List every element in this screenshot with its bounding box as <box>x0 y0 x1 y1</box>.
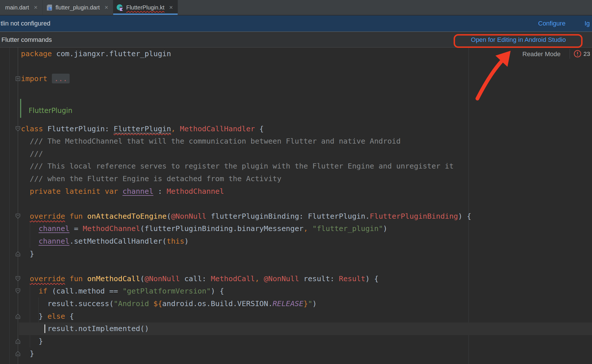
code-token-def: : <box>153 187 166 195</box>
code-token-field: channel <box>39 224 70 233</box>
code-token-kw: package <box>21 49 52 58</box>
code-token-def: } <box>21 249 34 258</box>
code-token-def: com.jiangxr.flutter_plugin <box>52 49 171 58</box>
tab-close-icon[interactable]: ✕ <box>34 5 38 11</box>
inspection-widget[interactable]: 23 <box>574 50 590 58</box>
code-token-def: ( <box>167 212 171 220</box>
code-line[interactable]: class FlutterPlugin: FlutterPlugin, Meth… <box>21 123 264 135</box>
code-token-err: MethodCall <box>211 274 255 283</box>
open-in-android-studio-link[interactable]: Open for Editing in Android Studio <box>458 36 579 44</box>
code-token-def <box>118 187 122 195</box>
code-token-def: result.notImplemented() <box>21 324 149 333</box>
fold-end-icon[interactable] <box>15 313 21 319</box>
rendered-doc-comment[interactable]: FlutterPlugin <box>29 104 72 117</box>
code-token-def: ) { <box>365 274 379 283</box>
configure-link[interactable]: Configure <box>538 20 565 27</box>
code-token-str: " <box>308 299 312 308</box>
code-token-def <box>21 274 30 283</box>
code-line[interactable]: result.success("Android ${android.os.Bui… <box>21 298 317 310</box>
divider <box>570 49 570 59</box>
code-line[interactable]: package com.jiangxr.flutter_plugin <box>21 48 171 60</box>
dart-file-icon <box>46 4 53 11</box>
code-line[interactable]: } <box>21 347 34 360</box>
code-token-def: result.success( <box>21 299 114 308</box>
error-count-icon <box>574 50 581 58</box>
code-token-fn: onMethodCall <box>87 274 140 283</box>
code-line[interactable]: override fun onMethodCall(@NonNull call:… <box>21 273 379 285</box>
code-token-def: = <box>70 224 83 233</box>
fold-start-icon[interactable] <box>15 276 21 282</box>
tab-label: flutter_plugin.dart <box>56 4 100 11</box>
code-token-kw: this <box>167 237 185 245</box>
code-line[interactable]: } else { <box>21 310 74 323</box>
code-token-err: Result <box>339 274 365 283</box>
reader-mode-toggle[interactable]: Reader Mode <box>522 50 560 58</box>
tab-main-dart[interactable]: main.dart✕ <box>0 0 43 15</box>
code-token-def <box>21 187 30 195</box>
code-token-field: channel <box>39 237 70 245</box>
fold-end-icon[interactable] <box>15 251 21 257</box>
kotlin-file-icon <box>116 4 124 11</box>
code-token-str: "Android <box>114 299 154 308</box>
code-line[interactable]: override fun onAttachedToEngine(@NonNull… <box>21 210 471 223</box>
code-line[interactable]: channel.setMethodCallHandler(this) <box>21 235 189 248</box>
code-token-str: "getPlatformVersion" <box>122 287 211 295</box>
banner-message: tlin not configured <box>1 20 50 27</box>
code-token-def: ( <box>140 274 144 283</box>
code-token-def: call: <box>180 274 211 283</box>
code-token-kw: , <box>255 274 259 283</box>
code-token-kw: } <box>303 299 308 308</box>
code-line[interactable]: /// The MethodChannel that will the comm… <box>21 135 401 148</box>
fold-start-icon[interactable] <box>15 213 21 219</box>
fold-end-icon[interactable] <box>15 338 21 344</box>
right-margin-guide <box>468 48 469 364</box>
doc-comment-change-bar <box>20 99 21 118</box>
code-token-def: android.os.Build.VERSION. <box>162 299 273 308</box>
text-caret <box>44 324 45 333</box>
code-token-kw: , <box>303 224 308 233</box>
code-token-err: @NonNull <box>144 274 180 283</box>
code-line[interactable]: private lateinit var channel : MethodCha… <box>21 185 224 198</box>
code-token-err: FlutterPluginBinding <box>370 212 458 220</box>
editor-tab-bar: main.dart✕flutter_plugin.dart✕FlutterPlu… <box>0 0 592 15</box>
code-token-kwsq: override <box>30 212 65 220</box>
code-token-cmt: /// The MethodChannel that will the comm… <box>21 137 401 145</box>
tab-flutterplugin-kt[interactable]: FlutterPlugin.kt✕ <box>113 0 178 15</box>
code-line[interactable]: /// when the Flutter Engine is detached … <box>21 173 281 185</box>
code-line[interactable]: if (call.method == "getPlatformVersion")… <box>21 285 224 298</box>
code-editor[interactable]: package com.jiangxr.flutter_pluginimport… <box>0 48 592 364</box>
tab-flutter-plugin-dart[interactable]: flutter_plugin.dart✕ <box>43 0 113 15</box>
code-line[interactable]: } <box>21 335 43 348</box>
code-line[interactable]: result.notImplemented() <box>21 322 149 335</box>
code-token-def: ) <box>383 224 387 233</box>
ide-window: main.dart✕flutter_plugin.dart✕FlutterPlu… <box>0 0 592 364</box>
code-token-def: .setMethodCallHandler( <box>70 237 167 245</box>
code-token-cmt: /// when the Flutter Engine is detached … <box>21 174 281 183</box>
code-line[interactable]: import ... <box>21 73 70 85</box>
code-token-kw: fun <box>65 274 87 283</box>
fold-start-icon[interactable] <box>15 288 21 294</box>
code-token-static: RELEASE <box>273 299 303 308</box>
code-token-str: "flutter_plugin" <box>308 224 383 233</box>
tab-label: FlutterPlugin.kt <box>126 4 164 11</box>
code-token-field: channel <box>122 187 153 195</box>
code-token-def: (call.method == <box>47 287 122 295</box>
tab-close-icon[interactable]: ✕ <box>104 5 108 11</box>
fold-expand-icon[interactable] <box>15 76 21 82</box>
kotlin-not-configured-banner: tlin not configured Configure Ig <box>0 15 592 32</box>
ignore-link[interactable]: Ig <box>585 20 590 27</box>
code-token-err: MethodChannel <box>167 187 224 195</box>
code-token-kw: fun <box>65 212 87 220</box>
code-line[interactable]: channel = MethodChannel(flutterPluginBin… <box>21 222 387 235</box>
error-count: 23 <box>583 50 590 57</box>
code-token-kw: , <box>171 124 180 133</box>
code-line[interactable]: } <box>21 248 34 260</box>
fold-start-icon[interactable] <box>15 126 21 132</box>
fold-end-icon[interactable] <box>15 351 21 357</box>
tab-close-icon[interactable]: ✕ <box>169 5 173 11</box>
active-tab-underline <box>113 13 178 15</box>
code-line[interactable]: /// This local reference serves to regis… <box>21 160 454 173</box>
code-token-fold: ... <box>52 74 70 83</box>
banner-message: Flutter commands <box>1 36 52 44</box>
code-line[interactable]: /// <box>21 148 43 160</box>
